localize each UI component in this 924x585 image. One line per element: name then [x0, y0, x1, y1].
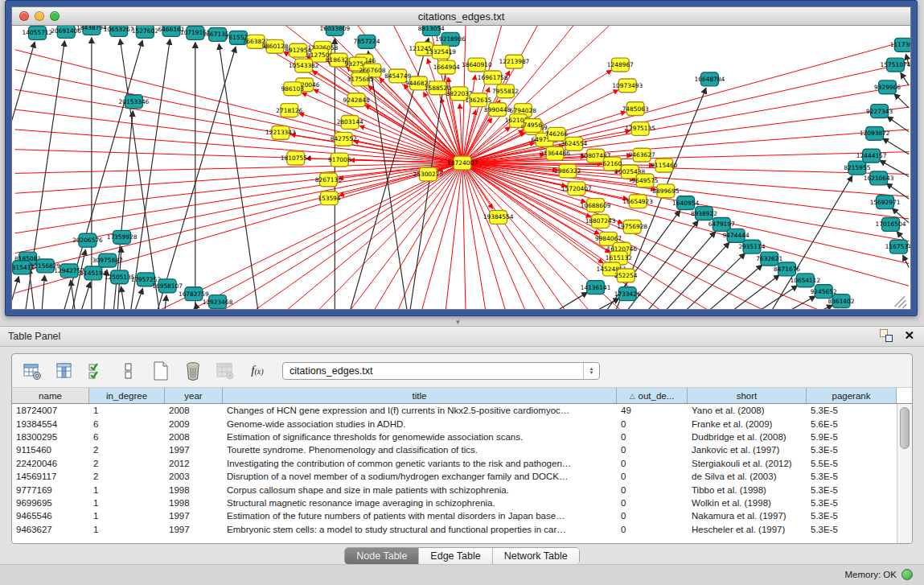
graph-node[interactable]: 12213343	[265, 126, 296, 139]
table-row[interactable]: 1938455462009Genome-wide association stu…	[12, 417, 912, 430]
graph-node[interactable]: 10653267	[104, 26, 134, 36]
graph-node[interactable]: 8267130	[315, 173, 342, 187]
column-header-pagerank[interactable]: pagerank	[807, 388, 897, 403]
column-header-in_degree[interactable]: in_degree	[89, 388, 165, 403]
tab-edge-table[interactable]: Edge Table	[419, 548, 492, 564]
split-pane-sash[interactable]: ▾	[0, 316, 924, 326]
graph-node[interactable]: 153594	[318, 192, 341, 205]
column-header-title[interactable]: title	[223, 388, 617, 403]
graph-node[interactable]: 16033809	[319, 26, 350, 35]
minimize-window-button[interactable]	[35, 11, 44, 21]
graph-node[interactable]: 14055712	[23, 26, 53, 39]
graph-node[interactable]: 8899695	[652, 184, 679, 198]
close-window-button[interactable]	[19, 11, 29, 21]
graph-edge	[515, 299, 618, 309]
new-table-icon[interactable]	[149, 359, 173, 383]
scrollbar-thumb[interactable]	[900, 407, 910, 449]
graph-node[interactable]: 9115460	[651, 159, 677, 172]
graph-node[interactable]: 8938922	[691, 207, 717, 220]
svg-text:1527602: 1527602	[132, 27, 158, 35]
table-row[interactable]: 946554611997Estimation of the future num…	[12, 509, 912, 522]
table-cell: 1997	[165, 445, 223, 455]
graph-node[interactable]: 8427552	[331, 132, 357, 146]
row-height-icon[interactable]	[117, 359, 141, 383]
graph-node[interactable]: 2718126	[276, 104, 302, 117]
network-canvas[interactable]: 1405571220691406184387941065326715276026…	[12, 26, 910, 309]
table-row[interactable]: 969969511998Structural magnetic resonanc…	[12, 496, 912, 509]
graph-node[interactable]: 15720407	[561, 182, 592, 196]
tab-network-table[interactable]: Network Table	[493, 548, 579, 564]
table-settings-icon[interactable]	[20, 359, 44, 383]
graph-node[interactable]: 1527602	[132, 26, 158, 38]
table-row[interactable]: 911546021997Tourette syndrome. Phenomeno…	[12, 443, 912, 456]
graph-node[interactable]: 1640954	[672, 196, 699, 210]
table-panel: Table Panel ✕	[0, 326, 924, 585]
close-panel-icon[interactable]: ✕	[904, 329, 914, 342]
table-cell: 5.3E-5	[807, 525, 897, 534]
sash-collapse-icon[interactable]: ▾	[456, 318, 460, 326]
svg-text:9242848: 9242848	[343, 97, 370, 104]
delete-table-icon[interactable]	[181, 359, 205, 383]
graph-node[interactable]: 9227343	[866, 105, 893, 118]
graph-node[interactable]: 8813054	[418, 26, 445, 35]
graph-node[interactable]: 2803144	[337, 116, 363, 130]
graph-edge	[398, 163, 462, 309]
graph-edge	[314, 89, 462, 163]
svg-text:9463627: 9463627	[629, 151, 655, 159]
svg-text:8454749: 8454749	[384, 72, 411, 80]
table-row[interactable]: 2242004622012Investigating the contribut…	[12, 457, 912, 470]
graph-node[interactable]: 12093872	[860, 126, 890, 140]
graph-node[interactable]: 19756928	[617, 220, 647, 233]
column-header-out_de[interactable]: △out_de...	[617, 388, 688, 403]
graph-node[interactable]: 252254	[614, 269, 638, 282]
table-cell: 0	[617, 445, 688, 455]
graph-node[interactable]: 746266	[545, 127, 569, 141]
graph-node[interactable]: 15751074	[881, 58, 910, 72]
graph-node[interactable]: 7485063	[622, 102, 649, 116]
graph-node[interactable]: 1117304	[890, 38, 910, 51]
graph-node[interactable]: 74956	[523, 119, 542, 133]
graph-node[interactable]: 917008	[328, 153, 351, 167]
graph-node[interactable]: 16648784	[695, 72, 725, 86]
graph-node[interactable]: 9329966	[874, 80, 901, 94]
status-bar: Memory: OK	[0, 564, 924, 585]
graph-node[interactable]: 18640910	[462, 58, 492, 72]
graph-node[interactable]: 10688609	[581, 199, 611, 212]
table-row[interactable]: 977716911998Corpus callosum shape and si…	[12, 483, 912, 496]
graph-node[interactable]: 1167534	[885, 240, 910, 253]
column-header-name[interactable]: name	[12, 388, 89, 403]
graph-node[interactable]: 7955812	[492, 84, 519, 98]
column-visibility-icon[interactable]	[52, 359, 76, 383]
graph-edge	[901, 73, 909, 86]
column-header-year[interactable]: year	[165, 388, 223, 403]
network-window-titlebar[interactable]: citations_edges.txt	[12, 7, 910, 26]
graph-node[interactable]: 1664904	[433, 60, 460, 74]
graph-node[interactable]: 17359928	[107, 230, 138, 244]
graph-node[interactable]: 18107554	[281, 151, 311, 165]
combo-arrows-icon: ▲▼	[583, 363, 599, 379]
tab-node-table[interactable]: Node Table	[345, 548, 419, 564]
graph-node[interactable]: 12213987	[499, 55, 530, 68]
float-panel-icon[interactable]	[880, 329, 893, 342]
graph-node[interactable]: 20206576	[72, 233, 103, 247]
graph-edge	[903, 255, 910, 267]
graph-node[interactable]: 14136141	[581, 281, 611, 295]
graph-node[interactable]: 17016504	[876, 217, 906, 231]
table-row[interactable]: 1872400712008Changes of HCN gene express…	[12, 404, 912, 417]
select-columns-icon[interactable]	[84, 359, 109, 383]
graph-node[interactable]: 1248967	[607, 58, 634, 72]
graph-node[interactable]: 16654923	[622, 195, 653, 208]
resize-grip-icon[interactable]	[894, 296, 906, 308]
table-vertical-scrollbar[interactable]	[897, 404, 912, 543]
table-selector-combobox[interactable]: citations_edges.txt ▲▼	[282, 362, 600, 380]
zoom-window-button[interactable]	[50, 11, 60, 21]
graph-node[interactable]: 8990448	[484, 103, 511, 117]
table-row[interactable]: 1456911722003Disruption of a novel membe…	[12, 470, 912, 483]
function-builder-icon[interactable]: f(x)	[245, 359, 269, 383]
table-row[interactable]: 946362711997Embryonic stem cells: a mode…	[12, 523, 912, 536]
graph-node[interactable]: 986103	[281, 82, 305, 96]
graph-node[interactable]: 7857224	[353, 35, 380, 48]
column-header-short[interactable]: short	[688, 388, 807, 403]
table-row[interactable]: 1830029562008Estimation of significance …	[12, 431, 912, 443]
graph-node[interactable]: 15692971	[870, 196, 901, 209]
